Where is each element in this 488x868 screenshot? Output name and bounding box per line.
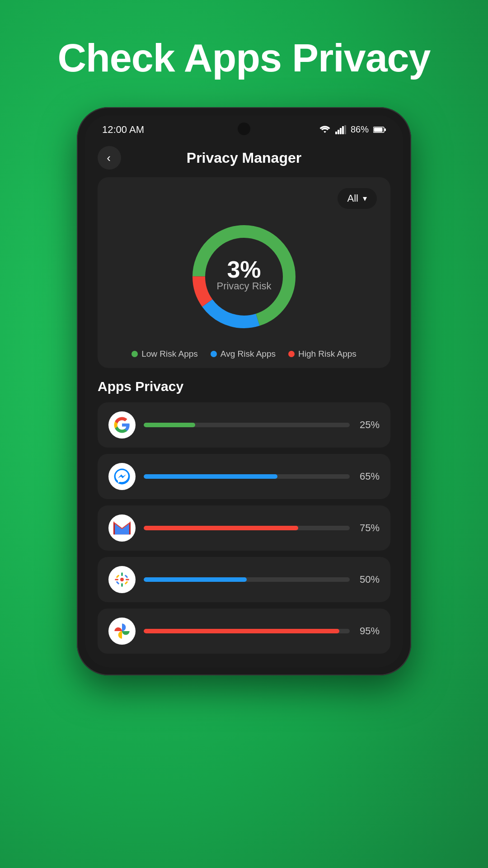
high-risk-label: High Risk Apps xyxy=(298,349,357,359)
podcasts-logo xyxy=(113,571,131,588)
app-list: 25% 65% xyxy=(98,402,390,654)
list-item[interactable]: 75% xyxy=(98,505,390,551)
app-icon-photos xyxy=(108,618,136,645)
photos-logo xyxy=(113,622,131,640)
legend-avg-risk: Avg Risk Apps xyxy=(211,349,276,359)
app-content: ‹ Privacy Manager All ▾ xyxy=(85,141,403,667)
app-percent: 95% xyxy=(356,625,380,637)
back-chevron-icon: ‹ xyxy=(107,152,111,164)
app-percent: 75% xyxy=(356,522,380,534)
donut-svg: 3% Privacy Risk xyxy=(181,213,307,340)
svg-rect-3 xyxy=(342,126,344,134)
chart-legend: Low Risk Apps Avg Risk Apps High Risk Ap… xyxy=(111,349,377,359)
battery-percent: 86% xyxy=(351,124,369,135)
donut-percent-text: 3% xyxy=(227,256,261,283)
app-percent: 50% xyxy=(356,574,380,585)
app-bar-track xyxy=(144,474,350,479)
phone-shell: 12:00 AM 86% xyxy=(77,107,411,675)
legend-low-risk: Low Risk Apps xyxy=(131,349,198,359)
app-bar-fill xyxy=(144,629,339,633)
app-bar-container: 65% xyxy=(144,471,380,482)
svg-rect-7 xyxy=(385,128,386,131)
app-bar-container: 75% xyxy=(144,522,380,534)
app-bar-track xyxy=(144,629,350,633)
donut-chart: 3% Privacy Risk xyxy=(111,213,377,340)
filter-label: All xyxy=(347,193,358,204)
google-logo xyxy=(113,416,131,434)
page-title: Check Apps Privacy xyxy=(58,36,431,80)
app-bar-container: 50% xyxy=(144,574,380,585)
screen-title: Privacy Manager xyxy=(187,150,301,166)
app-percent: 65% xyxy=(356,471,380,482)
low-risk-label: Low Risk Apps xyxy=(141,349,198,359)
svg-rect-16 xyxy=(115,579,118,580)
svg-rect-1 xyxy=(338,130,339,134)
svg-rect-6 xyxy=(374,127,383,132)
back-button[interactable]: ‹ xyxy=(98,146,121,170)
apps-privacy-section-title: Apps Privacy xyxy=(98,379,390,394)
svg-rect-0 xyxy=(335,132,337,134)
legend-high-risk: High Risk Apps xyxy=(288,349,357,359)
status-time: 12:00 AM xyxy=(102,124,144,136)
app-bar-container: 25% xyxy=(144,419,380,431)
app-bar-container: 95% xyxy=(144,625,380,637)
app-bar-track xyxy=(144,423,350,427)
avg-risk-dot xyxy=(211,351,217,357)
app-bar-fill xyxy=(144,577,247,582)
app-header: ‹ Privacy Manager xyxy=(98,141,390,177)
gmail-logo xyxy=(113,521,131,535)
low-risk-dot xyxy=(131,351,138,357)
phone-screen: 12:00 AM 86% xyxy=(85,115,403,667)
app-icon-messenger xyxy=(108,463,136,490)
filter-dropdown[interactable]: All ▾ xyxy=(338,188,377,209)
svg-rect-4 xyxy=(344,125,346,134)
app-icon-google xyxy=(108,411,136,439)
app-bar-track xyxy=(144,526,350,530)
svg-rect-14 xyxy=(121,572,122,576)
app-icon-gmail xyxy=(108,514,136,542)
status-icons: 86% xyxy=(319,124,386,135)
svg-rect-15 xyxy=(121,583,122,587)
list-item[interactable]: 50% xyxy=(98,557,390,602)
svg-rect-2 xyxy=(340,128,342,134)
svg-point-22 xyxy=(120,578,124,581)
app-percent: 25% xyxy=(356,419,380,431)
chart-card: All ▾ xyxy=(98,177,390,368)
high-risk-dot xyxy=(288,351,295,357)
app-bar-fill xyxy=(144,526,298,530)
status-bar: 12:00 AM 86% xyxy=(85,115,403,141)
chart-header: All ▾ xyxy=(111,188,377,209)
avg-risk-label: Avg Risk Apps xyxy=(221,349,276,359)
app-bar-fill xyxy=(144,423,195,427)
wifi-icon xyxy=(319,125,331,134)
list-item[interactable]: 65% xyxy=(98,454,390,499)
app-icon-podcasts xyxy=(108,566,136,593)
camera-notch xyxy=(238,123,250,135)
list-item[interactable]: 95% xyxy=(98,609,390,654)
app-bar-fill xyxy=(144,474,277,479)
app-bar-track xyxy=(144,577,350,582)
svg-rect-17 xyxy=(126,579,129,580)
battery-icon xyxy=(373,126,386,133)
donut-label-text: Privacy Risk xyxy=(216,280,272,292)
signal-icon xyxy=(335,125,346,134)
chevron-down-icon: ▾ xyxy=(363,193,367,203)
list-item[interactable]: 25% xyxy=(98,402,390,448)
messenger-logo xyxy=(113,468,131,485)
